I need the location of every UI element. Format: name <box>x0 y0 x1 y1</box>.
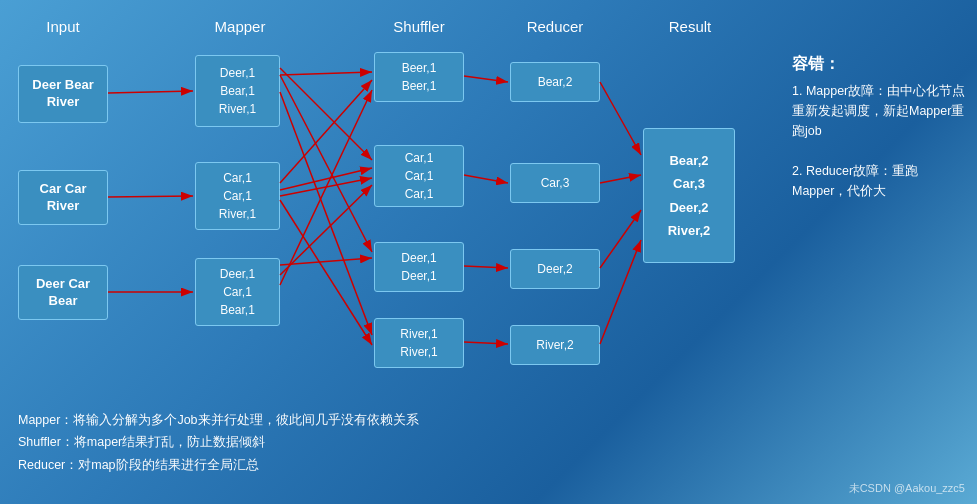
svg-line-4 <box>280 72 372 75</box>
reducer-box-3: Deer,2 <box>510 249 600 289</box>
shuffler-box-1: Beer,1Beer,1 <box>374 52 464 102</box>
input-box-3: Deer CarBear <box>18 265 108 320</box>
svg-line-15 <box>464 76 508 82</box>
svg-line-18 <box>464 342 508 344</box>
svg-line-2 <box>108 196 193 197</box>
footer-note-1: Mapper：将输入分解为多个Job来并行处理，彼此间几乎没有依赖关系 <box>18 409 419 432</box>
svg-line-11 <box>280 200 372 345</box>
header-result: Result <box>645 18 735 35</box>
header-input: Input <box>18 18 108 35</box>
svg-line-8 <box>280 68 372 160</box>
shuffler-box-3: Deer,1Deer,1 <box>374 242 464 292</box>
watermark: 未CSDN @Aakou_zzc5 <box>849 481 965 496</box>
reducer-box-2: Car,3 <box>510 163 600 203</box>
result-box: Bear,2Car,3Deer,2River,2 <box>643 128 735 263</box>
fault-panel-title: 容错： <box>792 50 967 77</box>
svg-line-13 <box>280 75 372 252</box>
fault-panel: 容错： 1. Mapper故障：由中心化节点重新发起调度，新起Mapper重跑j… <box>792 50 967 201</box>
shuffler-box-4: River,1River,1 <box>374 318 464 368</box>
svg-line-20 <box>600 175 641 183</box>
reducer-box-4: River,2 <box>510 325 600 365</box>
svg-line-7 <box>280 185 372 275</box>
svg-line-14 <box>280 178 372 196</box>
svg-line-17 <box>464 266 508 268</box>
diagram-container: Input Mapper Shuffler Reducer Result Dee… <box>0 0 977 504</box>
mapper-box-2: Car,1Car,1River,1 <box>195 162 280 230</box>
reducer-box-1: Bear,2 <box>510 62 600 102</box>
svg-line-12 <box>280 258 372 265</box>
svg-line-21 <box>600 210 641 268</box>
svg-line-5 <box>280 90 372 285</box>
svg-line-9 <box>280 80 372 183</box>
header-reducer: Reducer <box>510 18 600 35</box>
svg-line-1 <box>108 91 193 93</box>
mapper-box-3: Deer,1Car,1Bear,1 <box>195 258 280 326</box>
footer-note-3: Reducer：对map阶段的结果进行全局汇总 <box>18 454 419 477</box>
footer-notes: Mapper：将输入分解为多个Job来并行处理，彼此间几乎没有依赖关系 Shuf… <box>18 409 419 477</box>
svg-line-6 <box>280 168 372 190</box>
svg-line-16 <box>464 175 508 183</box>
shuffler-box-2: Car,1Car,1Car,1 <box>374 145 464 207</box>
input-box-1: Deer BearRiver <box>18 65 108 123</box>
footer-note-2: Shuffler：将maper结果打乱，防止数据倾斜 <box>18 431 419 454</box>
svg-line-19 <box>600 82 641 155</box>
header-mapper: Mapper <box>195 18 285 35</box>
input-box-2: Car CarRiver <box>18 170 108 225</box>
svg-line-10 <box>280 92 372 335</box>
header-shuffler: Shuffler <box>374 18 464 35</box>
fault-panel-content: 1. Mapper故障：由中心化节点重新发起调度，新起Mapper重跑job 2… <box>792 81 967 201</box>
svg-line-22 <box>600 240 641 344</box>
mapper-box-1: Deer,1Bear,1River,1 <box>195 55 280 127</box>
